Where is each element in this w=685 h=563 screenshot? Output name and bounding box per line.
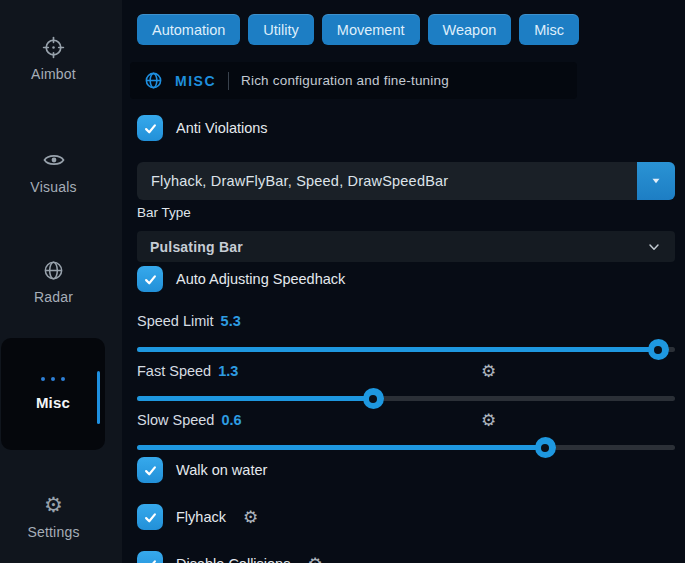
auto-adjusting-row: Auto Adjusting Speedhack xyxy=(137,266,345,292)
bar-type-value: Pulsating Bar xyxy=(150,239,243,255)
sidebar: Aimbot Visuals Radar Mi xyxy=(0,0,122,563)
app-window: Aimbot Visuals Radar Mi xyxy=(0,0,685,563)
sidebar-item-label: Aimbot xyxy=(31,66,76,82)
globe-icon xyxy=(144,71,163,90)
flyhack-checkbox[interactable] xyxy=(137,504,163,530)
section-description: Rich configuration and fine-tuning xyxy=(241,73,449,88)
disable-collisions-label: Disable Collisions xyxy=(176,556,290,563)
walk-on-water-label: Walk on water xyxy=(176,462,267,478)
anti-violations-label: Anti Violations xyxy=(176,120,268,136)
ellipsis-icon xyxy=(41,377,65,381)
slow-speed-label: Slow Speed xyxy=(137,412,214,428)
slider-fill xyxy=(137,347,659,352)
check-icon xyxy=(143,272,158,287)
speed-limit-label: Speed Limit xyxy=(137,313,214,329)
slow-speed-labelrow: Slow Speed 0.6 ⚙ xyxy=(137,410,660,430)
eye-icon xyxy=(41,147,67,173)
tab-weapon[interactable]: Weapon xyxy=(428,14,512,45)
triangle-down-icon xyxy=(649,174,663,188)
category-tabs: Automation Utility Movement Weapon Misc xyxy=(137,14,579,45)
active-indicator xyxy=(97,371,100,424)
tab-movement[interactable]: Movement xyxy=(322,14,420,45)
fast-speed-labelrow: Fast Speed 1.3 ⚙ xyxy=(137,361,660,381)
section-title: MISC xyxy=(175,73,216,89)
bar-type-label: Bar Type xyxy=(137,205,191,220)
sidebar-item-aimbot[interactable]: Aimbot xyxy=(0,34,107,82)
gear-icon: ⚙ xyxy=(41,492,67,518)
tab-automation[interactable]: Automation xyxy=(137,14,240,45)
speed-limit-value: 5.3 xyxy=(221,313,241,329)
slider-fill xyxy=(137,445,546,450)
fast-speed-slider[interactable] xyxy=(137,388,675,409)
sidebar-item-visuals[interactable]: Visuals xyxy=(0,147,107,195)
slider-handle[interactable] xyxy=(363,388,384,409)
flyhack-row: Flyhack ⚙ xyxy=(137,504,258,530)
fast-speed-label: Fast Speed xyxy=(137,363,211,379)
auto-adjusting-checkbox[interactable] xyxy=(137,266,163,292)
flyhack-gear-icon[interactable]: ⚙ xyxy=(243,507,258,527)
multiselect-dropdown-button[interactable] xyxy=(637,162,675,200)
fast-speed-gear-icon[interactable]: ⚙ xyxy=(481,361,496,381)
section-header: MISC Rich configuration and fine-tuning xyxy=(130,62,577,99)
slow-speed-gear-icon[interactable]: ⚙ xyxy=(481,410,496,430)
bar-type-dropdown[interactable]: Pulsating Bar xyxy=(137,231,675,262)
sidebar-item-radar[interactable]: Radar xyxy=(0,257,107,305)
sidebar-item-label: Misc xyxy=(36,394,70,411)
tab-utility[interactable]: Utility xyxy=(248,14,313,45)
slow-speed-slider[interactable] xyxy=(137,437,675,458)
anti-violations-checkbox[interactable] xyxy=(137,115,163,141)
disable-collisions-checkbox[interactable] xyxy=(137,551,163,563)
speed-limit-labelrow: Speed Limit 5.3 xyxy=(137,311,660,331)
slider-handle[interactable] xyxy=(648,339,669,360)
speed-limit-slider[interactable] xyxy=(137,339,675,360)
globe-icon xyxy=(41,257,67,283)
check-icon xyxy=(143,557,158,563)
bar-multiselect[interactable]: Flyhack, DrawFlyBar, Speed, DrawSpeedBar xyxy=(137,162,675,200)
walk-on-water-row: Walk on water xyxy=(137,457,267,483)
disable-collisions-gear-icon[interactable]: ⚙ xyxy=(307,554,322,563)
slow-speed-value: 0.6 xyxy=(221,412,241,428)
main-panel: Automation Utility Movement Weapon Misc … xyxy=(122,0,685,563)
disable-collisions-row: Disable Collisions ⚙ xyxy=(137,551,323,563)
auto-adjusting-label: Auto Adjusting Speedhack xyxy=(176,271,345,287)
fast-speed-value: 1.3 xyxy=(218,363,238,379)
walk-on-water-checkbox[interactable] xyxy=(137,457,163,483)
crosshair-icon xyxy=(41,34,67,60)
tab-misc[interactable]: Misc xyxy=(519,14,579,45)
chevron-down-icon xyxy=(646,239,662,255)
header-divider xyxy=(228,72,229,90)
bar-multiselect-value: Flyhack, DrawFlyBar, Speed, DrawSpeedBar xyxy=(137,173,637,189)
check-icon xyxy=(143,463,158,478)
flyhack-label: Flyhack xyxy=(176,509,226,525)
sidebar-item-label: Visuals xyxy=(30,179,76,195)
check-icon xyxy=(143,510,158,525)
anti-violations-row: Anti Violations xyxy=(137,115,268,141)
sidebar-item-settings[interactable]: ⚙ Settings xyxy=(0,492,107,540)
slider-fill xyxy=(137,396,374,401)
slider-handle[interactable] xyxy=(535,437,556,458)
sidebar-item-label: Settings xyxy=(27,524,79,540)
sidebar-item-misc[interactable]: Misc xyxy=(1,338,105,450)
check-icon xyxy=(143,121,158,136)
sidebar-item-label: Radar xyxy=(34,289,73,305)
